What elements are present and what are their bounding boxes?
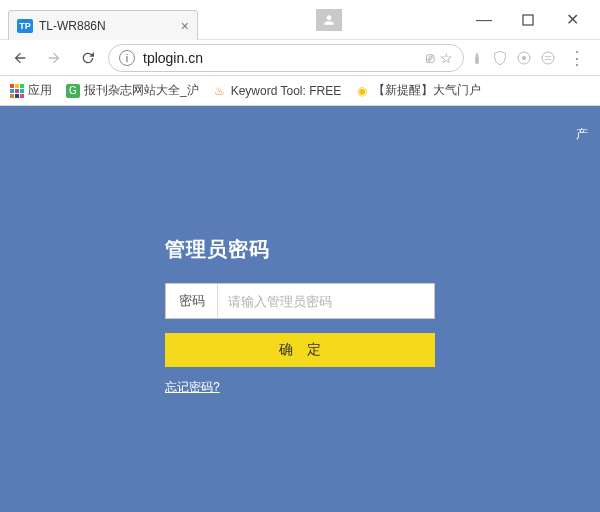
shield-icon[interactable] (492, 50, 508, 66)
bookmark-item[interactable]: ♨ Keyword Tool: FREE (213, 84, 342, 98)
qr-icon[interactable]: ⎚ (426, 50, 434, 66)
site-info-icon[interactable]: i (119, 50, 135, 66)
tab-strip: TP TL-WR886N × (8, 8, 198, 40)
user-icon (322, 13, 336, 27)
window-minimize-button[interactable]: — (462, 6, 506, 34)
tab-favicon: TP (17, 19, 33, 33)
browser-navbar: i tplogin.cn ⎚ ☆ ⋮ (0, 40, 600, 76)
arrow-right-icon (46, 50, 62, 66)
svg-point-3 (542, 52, 554, 64)
nav-reload-button[interactable] (74, 44, 102, 72)
nav-forward-button[interactable] (40, 44, 68, 72)
window-close-button[interactable]: ✕ (550, 6, 594, 34)
circle-lines-icon[interactable] (540, 50, 556, 66)
bookmark-label: 报刊杂志网站大全_沪 (84, 82, 199, 99)
bookmark-bar: 应用 G 报刊杂志网站大全_沪 ♨ Keyword Tool: FREE ◉ 【… (0, 76, 600, 106)
badge-icon: ◉ (355, 84, 369, 98)
bookmark-star-icon[interactable]: ☆ (440, 50, 453, 66)
window-maximize-button[interactable] (506, 6, 550, 34)
apps-label: 应用 (28, 82, 52, 99)
bookmark-label: 【新提醒】大气门户 (373, 82, 481, 99)
toolbar-extensions: ⋮ (470, 47, 594, 69)
bookmark-item[interactable]: ◉ 【新提醒】大气门户 (355, 82, 481, 99)
forgot-password-link[interactable]: 忘记密码? (165, 380, 220, 394)
bookmark-favicon: G (66, 84, 80, 98)
svg-rect-0 (523, 15, 533, 25)
bookmark-label: Keyword Tool: FREE (231, 84, 342, 98)
record-icon[interactable] (516, 50, 532, 66)
browser-menu-button[interactable]: ⋮ (564, 47, 590, 69)
arrow-left-icon (12, 50, 28, 66)
omnibox[interactable]: i tplogin.cn ⎚ ☆ (108, 44, 464, 72)
extension-icon-1[interactable] (470, 50, 484, 66)
password-input[interactable] (218, 284, 434, 318)
nav-back-button[interactable] (6, 44, 34, 72)
page-content: 产 管理员密码 密码 确定 忘记密码? (0, 106, 600, 512)
tab-close-icon[interactable]: × (181, 18, 189, 34)
minimize-icon: — (476, 11, 492, 29)
maximize-icon (522, 14, 534, 26)
login-form: 管理员密码 密码 确定 忘记密码? (165, 236, 435, 396)
omnibox-url: tplogin.cn (143, 50, 418, 66)
user-badge[interactable] (316, 9, 342, 31)
flame-icon: ♨ (213, 84, 227, 98)
svg-point-2 (522, 56, 526, 60)
password-label: 密码 (166, 284, 218, 318)
corner-text: 产 (576, 126, 588, 143)
apps-shortcut[interactable]: 应用 (10, 82, 52, 99)
omnibox-actions: ⎚ ☆ (426, 50, 453, 66)
tab-title: TL-WR886N (39, 19, 175, 33)
password-row: 密码 (165, 283, 435, 319)
submit-button[interactable]: 确定 (165, 333, 435, 367)
browser-tab[interactable]: TP TL-WR886N × (8, 10, 198, 40)
page-title: 管理员密码 (165, 236, 435, 263)
reload-icon (80, 50, 96, 66)
bookmark-item[interactable]: G 报刊杂志网站大全_沪 (66, 82, 199, 99)
close-icon: ✕ (566, 10, 579, 29)
apps-grid-icon (10, 84, 24, 98)
